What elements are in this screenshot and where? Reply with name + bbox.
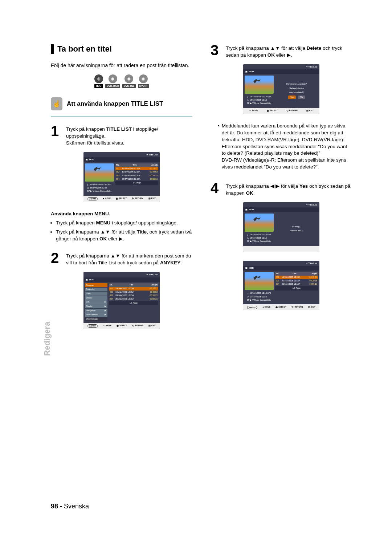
- menu-item[interactable]: Rename: [85, 283, 107, 287]
- section-title: Ta bort en titel: [51, 44, 192, 55]
- manual-page: Ta bort en titel Följ de här anvisningar…: [0, 0, 392, 540]
- screen-title-list: ✦ Title List ▣HDD ▷18/JAN/2005 12:15 AV3…: [83, 152, 160, 202]
- table-row[interactable]: 00320/JAN/2005 12:15A00:20:15: [275, 279, 318, 283]
- step-body: Tryck på knappen TITLE LIST i stoppläge/…: [66, 125, 192, 147]
- table-row[interactable]: 00425/JAN/2005 12:15A00:50:16: [115, 178, 158, 181]
- step-body: Tryck på knapparna ◀ ▶ för välja Yes och…: [226, 182, 352, 197]
- screen-result-list: ✦ Title List ▣HDD ▷19/JAN/2005 12:15 AV3…: [243, 261, 319, 310]
- left-column: Ta bort en titel Följ de här anvisningar…: [51, 44, 192, 338]
- table-row[interactable]: 00425/JAN/2005 12:15A00:50:16: [109, 297, 158, 301]
- badge-dvd-rw: ◉ DVD-RW: [122, 74, 136, 88]
- preview-thumbnail: [245, 76, 274, 94]
- confirm-dialog: Do you want to delete? (Related playlist…: [275, 76, 318, 106]
- preview-thumbnail: [85, 163, 114, 182]
- table-row[interactable]: 00118/JAN/2005 12:15A00:18:21: [115, 167, 158, 171]
- menu-item[interactable]: Protection: [85, 288, 107, 292]
- divider: [51, 116, 192, 117]
- deleting-dialog: Deleting... (Please wait.): [275, 214, 318, 244]
- table-row[interactable]: 00118/JAN/2005 12:15A00:18:21: [109, 287, 158, 291]
- menu-item[interactable]: Select Media▶: [85, 313, 107, 317]
- table-row[interactable]: 00425/JAN/2005 12:15A00:50:16: [275, 283, 318, 286]
- badge-dvd-r: ◉ DVD-R: [138, 74, 149, 88]
- table-row[interactable]: 00320/JAN/2005 12:15A00:20:15: [109, 294, 158, 297]
- screen-confirm-delete: ✦ Title List ▣HDD ▷18/JAN/2005 12:15 AV3…: [243, 64, 319, 114]
- step-number: 3: [211, 44, 221, 59]
- side-tab: Redigera: [42, 322, 53, 356]
- badge-dvd-ram: ◉ DVD-RAM: [105, 74, 120, 88]
- screen-anykey-menu: ✦ Title List ▣HDD RenameProtectionCopyDe…: [83, 272, 160, 329]
- table-row[interactable]: 00219/JAN/2005 12:15A00:40:03: [115, 170, 158, 174]
- note-block: Meddelandet kan variera beroende på vilk…: [218, 123, 352, 171]
- dialog-yes-button[interactable]: Yes: [288, 96, 296, 99]
- step-2: 2 Tryck på knapparna ▲▼ för att markera …: [51, 251, 192, 267]
- menu-item[interactable]: Delete: [85, 296, 107, 300]
- disc-badges: ◎ HDD ◉ DVD-RAM ◉ DVD-RW ◉ DVD-R: [51, 74, 192, 88]
- section-title-text: Ta bort en titel: [57, 44, 112, 55]
- menu-bullet-1: Tryck på knappen MENU i stoppläge/ uppsp…: [56, 220, 192, 227]
- step-4: 4 Tryck på knapparna ◀ ▶ för välja Yes o…: [211, 182, 352, 197]
- sub-heading-text: Att använda knappen TITLE LIST: [67, 100, 163, 108]
- step-1: 1 Tryck på knappen TITLE LIST i stoppläg…: [51, 125, 192, 147]
- menu-bullet-2: Tryck på knapparna ▲▼ för att välja Titl…: [56, 229, 192, 243]
- disc-icon: ◉: [139, 74, 148, 83]
- table-row[interactable]: 00219/JAN/2005 12:15A00:40:03: [109, 291, 158, 294]
- menu-item[interactable]: Edit▶: [85, 300, 107, 304]
- step-3: 3 Tryck på knapparna ▲▼ för att välja De…: [211, 44, 352, 59]
- page-footer: 98 - Svenska: [51, 502, 89, 511]
- table-row[interactable]: 00119/JAN/2005 12:15A00:40:03: [275, 276, 318, 279]
- screen-deleting: ✦ Title List ▣HDD ▷18/JAN/2005 12:15 AV3…: [243, 202, 319, 252]
- hdd-icon: ◎: [94, 74, 103, 83]
- hand-icon: ☝: [51, 97, 62, 110]
- step-number: 1: [51, 125, 62, 147]
- step-body: Tryck på knapparna ▲▼ för att välja Dele…: [226, 44, 352, 59]
- menu-instructions: Använda knappen MENU. Tryck på knappen M…: [51, 211, 192, 243]
- table-row[interactable]: 00320/JAN/2005 12:15A00:20:15: [115, 174, 158, 178]
- badge-hdd: ◎ HDD: [94, 74, 103, 88]
- menu-item[interactable]: Copy: [85, 292, 107, 296]
- step-number: 2: [51, 251, 62, 267]
- dialog-no-button[interactable]: No: [298, 96, 305, 99]
- step-number: 4: [211, 182, 221, 197]
- menu-item[interactable]: Disc Manager: [85, 317, 107, 321]
- disc-icon: ◉: [124, 74, 133, 83]
- menu-item[interactable]: Navigation▶: [85, 309, 107, 313]
- right-column: 3 Tryck på knapparna ▲▼ för att välja De…: [211, 44, 352, 338]
- preview-thumbnail: [245, 214, 274, 232]
- intro-text: Följ de här anvisningarna för att radera…: [51, 62, 192, 69]
- disc-icon: ◉: [109, 74, 117, 83]
- preview-thumbnail: [245, 272, 274, 290]
- step-body: Tryck på knapparna ▲▼ för att markera de…: [66, 251, 192, 267]
- sub-heading: ☝ Att använda knappen TITLE LIST: [51, 97, 192, 110]
- menu-item[interactable]: Playlist▶: [85, 304, 107, 308]
